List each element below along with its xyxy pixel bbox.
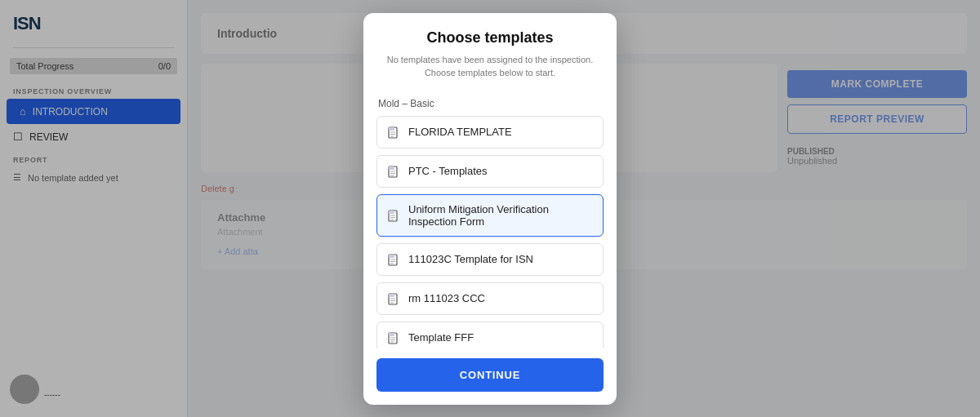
template-item-florida[interactable]: FLORIDA TEMPLATE: [376, 116, 604, 149]
template-label-florida: FLORIDA TEMPLATE: [408, 126, 593, 138]
modal-footer: CONTINUE: [363, 348, 617, 405]
modal-subtitle: No templates have been assigned to the i…: [380, 53, 600, 80]
template-item-rm111023[interactable]: rm 111023 CCC: [376, 282, 604, 315]
svg-rect-1: [389, 127, 394, 131]
modal-overlay: Choose templates No templates have been …: [0, 0, 980, 417]
continue-button[interactable]: CONTINUE: [376, 358, 604, 392]
template-label-template_fff: Template FFF: [408, 331, 593, 344]
svg-rect-21: [389, 294, 394, 297]
template-icon-111023c: [387, 252, 400, 267]
template-icon-uniform: [387, 208, 400, 223]
template-item-uniform[interactable]: Uniform Mitigation Verification Inspecti…: [376, 194, 604, 237]
svg-rect-11: [389, 211, 394, 214]
modal-title: Choose templates: [380, 29, 600, 47]
svg-rect-26: [389, 333, 394, 336]
template-item-ptc[interactable]: PTC - Templates: [376, 155, 604, 188]
template-icon-template_fff: [387, 330, 400, 345]
template-icon-rm111023: [387, 291, 400, 306]
template-label-111023c: 111023C Template for ISN: [408, 253, 593, 265]
template-label-uniform: Uniform Mitigation Verification Inspecti…: [408, 203, 593, 228]
mold-basic-label: Mold – Basic: [376, 95, 604, 116]
template-label-ptc: PTC - Templates: [408, 165, 593, 177]
svg-rect-16: [389, 255, 394, 258]
template-item-111023c[interactable]: 111023C Template for ISN: [376, 243, 604, 276]
template-list: FLORIDA TEMPLATE PTC - Templates Uniform…: [376, 116, 604, 348]
modal-body: Mold – Basic FLORIDA TEMPLATE PTC - Temp…: [363, 91, 617, 348]
modal-header: Choose templates No templates have been …: [363, 13, 617, 91]
choose-templates-modal: Choose templates No templates have been …: [363, 13, 617, 405]
template-icon-ptc: [387, 164, 400, 179]
template-label-rm111023: rm 111023 CCC: [408, 292, 593, 304]
svg-rect-6: [389, 166, 394, 170]
template-icon-florida: [387, 125, 400, 140]
template-item-template_fff[interactable]: Template FFF: [376, 322, 604, 348]
